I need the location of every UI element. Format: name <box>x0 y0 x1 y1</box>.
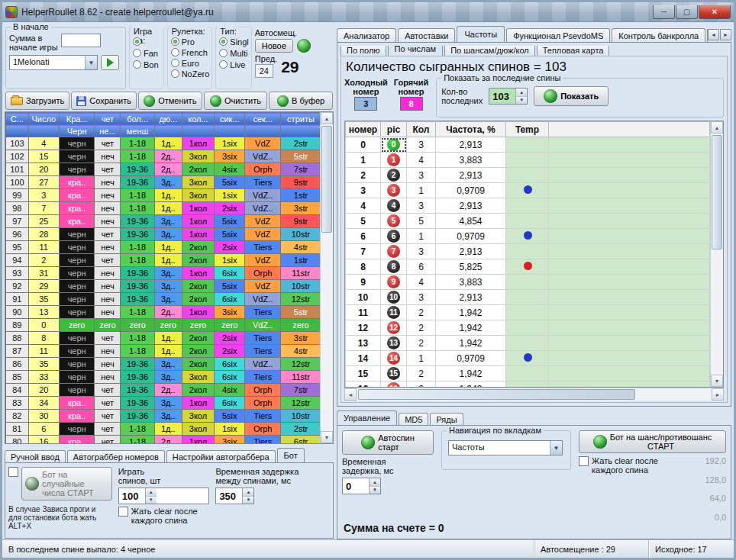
start-sum-input[interactable] <box>61 34 101 47</box>
frequency-row[interactable]: 2232,913 <box>346 168 710 183</box>
tab-управление[interactable]: Управление <box>337 410 397 425</box>
frequency-row[interactable]: 1143,883 <box>346 153 710 168</box>
tab-функционал-psevdoms[interactable]: Функционал PsevdoMS <box>506 28 610 42</box>
radio-bon[interactable]: Bon <box>133 60 161 69</box>
сохранить-button[interactable]: Сохранить <box>71 92 137 110</box>
tabs-scroll-left-icon[interactable]: ◄ <box>708 29 719 40</box>
history-row[interactable]: 8711черннеч1-181д..2кол2sixTiers4str <box>6 345 321 358</box>
scrollbar-thumb[interactable] <box>321 126 332 233</box>
frequency-header-cell[interactable]: Частота, % <box>436 122 506 137</box>
frequency-row[interactable]: 4432,913 <box>346 198 710 214</box>
show-button[interactable]: Показать <box>534 86 608 106</box>
history-header-cell[interactable]: чет <box>95 113 121 125</box>
subtab-по-полю[interactable]: По полю <box>341 46 386 56</box>
загрузить-button[interactable]: Загрузить <box>5 92 69 110</box>
radio-singl[interactable]: Singl <box>219 37 248 47</box>
scroll-down-icon[interactable]: ▼ <box>321 431 333 443</box>
scroll-up-icon[interactable]: ▲ <box>321 112 333 124</box>
control-clear-checkbox[interactable] <box>579 456 589 466</box>
в-буфер-button[interactable]: В буфер <box>269 92 333 110</box>
tab-navigation-dropdown[interactable]: Частоты ▼ <box>448 440 563 455</box>
history-row[interactable]: 987кра..неч1-181д..1кол2sixVdZ..3str <box>6 202 321 215</box>
history-row[interactable]: 888чернчет1-181д..2кол2sixTiers3str <box>6 332 321 345</box>
random-bot-checkbox[interactable] <box>8 467 18 477</box>
history-header-cell[interactable]: Число <box>28 113 59 125</box>
history-header-cell[interactable] <box>245 125 281 137</box>
subtab-по-шансам-дюж-кол[interactable]: По шансам/дюж/кол <box>444 46 535 56</box>
history-header-cell[interactable]: Черн <box>59 125 95 137</box>
tab-анализатор[interactable]: Анализатор <box>337 28 396 42</box>
frequency-header-cell[interactable]: Кол <box>407 122 436 137</box>
history-row[interactable]: 1034чернчет1-181д..1кол1sixVdZ2str <box>6 137 321 150</box>
history-row[interactable]: 8533черннеч19-363д..3кол6sixTiers11str <box>6 371 321 384</box>
radio-nozero[interactable]: NoZero <box>171 69 210 79</box>
history-row[interactable]: 10027кра..неч19-363д..3кол5sixTiers9str <box>6 176 321 189</box>
frequency-row[interactable]: 101032,913 <box>346 290 710 305</box>
frequency-row[interactable]: 151521,942 <box>346 366 710 381</box>
minimize-button[interactable]: ─ <box>653 5 675 19</box>
history-header-cell[interactable]: сик... <box>215 113 245 125</box>
очистить-button[interactable]: Очистить <box>204 92 268 110</box>
history-header-cell[interactable]: Кра... <box>59 113 95 125</box>
history-header-cell[interactable]: кол... <box>182 113 214 125</box>
history-header-cell[interactable] <box>6 125 29 137</box>
scroll-right-icon[interactable]: ► <box>712 388 724 401</box>
frequency-row[interactable]: 0032,913 <box>346 137 710 153</box>
frequency-row[interactable]: 111121,942 <box>346 305 710 320</box>
last-count-spinner[interactable]: 103 ▲▼ <box>489 88 528 105</box>
bot-clear-checkbox[interactable] <box>118 507 128 517</box>
radio-euro[interactable]: Euro <box>171 58 210 68</box>
history-scrollbar[interactable]: ▲ ▼ <box>320 112 333 443</box>
tab-колесо[interactable]: Колесо <box>707 28 708 42</box>
frequency-row[interactable]: 141410,9709 <box>346 351 710 366</box>
frequency-row[interactable]: 9943,883 <box>346 275 710 290</box>
history-row[interactable]: 993кра..неч1-181д..3кол1sixVdZ..1str <box>6 189 321 202</box>
scrollbar-thumb[interactable] <box>358 389 635 400</box>
frequency-row[interactable]: 7732,913 <box>346 244 710 259</box>
spin-up-icon[interactable]: ▲ <box>243 488 253 497</box>
scrollbar-thumb[interactable] <box>712 135 722 249</box>
radio-french[interactable]: French <box>171 47 210 57</box>
frequency-header-cell[interactable]: pic <box>381 122 407 137</box>
spin-up-icon[interactable]: ▲ <box>516 89 527 97</box>
отменить-button[interactable]: Отменить <box>138 92 202 110</box>
subtab-по-числам[interactable]: По числам <box>388 46 444 56</box>
history-header-cell[interactable]: не... <box>95 125 121 137</box>
history-header-cell[interactable]: сек... <box>245 113 281 125</box>
scroll-down-icon[interactable]: ▼ <box>711 375 723 387</box>
history-header-cell[interactable]: дю... <box>154 113 182 125</box>
frequency-row[interactable]: 8865,825 <box>346 259 710 275</box>
chance-bot-start-button[interactable]: Бот на шанс/противошанс СТАРТ <box>579 430 726 453</box>
history-row[interactable]: 8016кра..чет1-182д..1кол3sixTiers6str <box>6 436 321 444</box>
history-row[interactable]: 8230кра..чет19-363д..3кол5sixTiers10str <box>6 410 321 423</box>
frequency-hscrollbar[interactable]: ◄ ► <box>344 388 724 401</box>
history-row[interactable]: 9511черннеч1-181д..2кол2sixTiers4str <box>6 241 321 254</box>
history-header-cell[interactable]: стриты <box>280 113 320 125</box>
history-header-cell[interactable] <box>215 125 245 137</box>
tab-автоставки[interactable]: Автоставки <box>398 28 455 42</box>
frequency-header-cell[interactable]: номер <box>346 122 381 137</box>
chevron-down-icon[interactable]: ▼ <box>550 441 562 455</box>
play-button[interactable] <box>101 55 119 70</box>
preset-dropdown[interactable]: 1Melonati ▼ <box>9 55 98 70</box>
titlebar[interactable]: HelperRoullet 8.62 - create helperroulle… <box>2 2 734 22</box>
chevron-down-icon[interactable]: ▼ <box>85 56 97 69</box>
spin-up-icon[interactable]: ▲ <box>370 478 380 487</box>
random-bot-start-button[interactable]: Бот на случайные числа СТАРТ <box>21 467 112 500</box>
tab-автограббер-номеров[interactable]: Автограббер номеров <box>67 450 165 462</box>
scroll-up-icon[interactable]: ▲ <box>711 121 723 134</box>
spin-delay-spinner[interactable]: 350 ▲▼ <box>215 488 254 504</box>
tab-ряды[interactable]: Ряды <box>430 413 463 425</box>
history-row[interactable]: 9331черннеч19-363д..1кол6sixOrph11str <box>6 267 321 280</box>
tab-бот[interactable]: Бот <box>277 448 305 462</box>
delay-spinner[interactable]: 0 ▲▼ <box>342 478 381 494</box>
radio-multi[interactable]: Multi <box>219 48 248 58</box>
tab-частоты[interactable]: Частоты <box>457 26 505 42</box>
tab-контроль-банкролла[interactable]: Контроль банкролла <box>612 28 705 42</box>
frequency-row[interactable]: 161621,942 <box>346 381 710 388</box>
history-row[interactable]: 9013черннеч1-182д..1кол3sixTiers5str <box>6 306 321 319</box>
frequency-row[interactable]: 3310,9709 <box>346 183 710 198</box>
bot-clear-checkbox-row[interactable]: Жать clear после каждого спина <box>118 507 210 525</box>
history-row[interactable]: 890zerozerozerozerozerozeroVdZ..zero <box>6 319 321 332</box>
scroll-left-icon[interactable]: ◄ <box>344 388 357 401</box>
